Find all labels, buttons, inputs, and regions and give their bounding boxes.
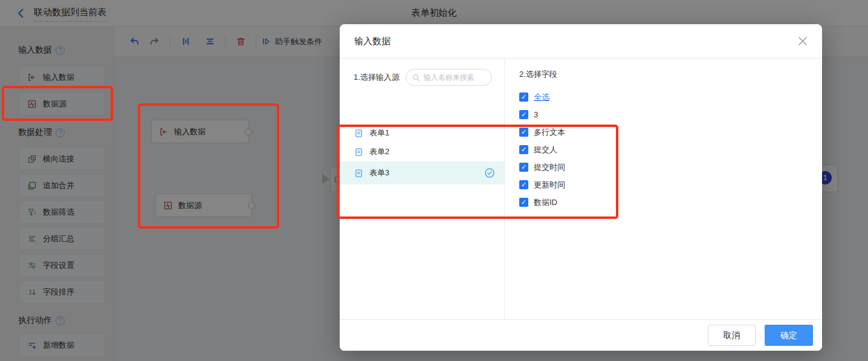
- modal-footer: 取消 确定: [340, 319, 822, 351]
- source-panel: 1.选择输入源 表单1 表单2: [340, 59, 505, 319]
- source-item-form3-selected[interactable]: 表单3: [340, 161, 504, 184]
- field-label: 数据ID: [534, 197, 557, 208]
- field-label: 提交人: [534, 145, 557, 155]
- field-row[interactable]: ✓ 数据ID: [519, 198, 822, 207]
- source-panel-title: 1.选择输入源: [354, 72, 400, 83]
- field-label: 更新时间: [534, 180, 565, 190]
- source-search[interactable]: [406, 69, 492, 86]
- confirm-button[interactable]: 确定: [765, 325, 813, 346]
- field-row[interactable]: ✓ 3: [519, 110, 822, 119]
- field-row[interactable]: ✓ 更新时间: [519, 180, 822, 189]
- source-item-label: 表单3: [369, 167, 389, 178]
- fields-panel-title: 2.选择字段: [519, 69, 822, 80]
- field-row[interactable]: ✓ 多行文本: [519, 128, 822, 137]
- close-icon[interactable]: [797, 35, 809, 47]
- selected-check-icon: [484, 167, 495, 178]
- source-list: 表单1 表单2 表单3: [340, 124, 504, 184]
- form-doc-icon: [354, 129, 363, 138]
- cancel-button[interactable]: 取消: [708, 325, 756, 346]
- checkbox-checked[interactable]: ✓: [519, 163, 528, 172]
- input-data-modal: 输入数据 1.选择输入源 表单1: [340, 24, 822, 351]
- field-row[interactable]: ✓ 提交时间: [519, 163, 822, 172]
- fields-panel: 2.选择字段 ✓ 全选 ✓ 3 ✓ 多行文本 ✓: [505, 59, 822, 319]
- page-root: 联动数据到当前表 表单初始化 输入数据 ? 输入数据 数据源 数据处理 ? 横向…: [0, 0, 868, 361]
- field-label: 多行文本: [534, 127, 565, 138]
- search-input[interactable]: [424, 73, 484, 82]
- field-checkbox-list: ✓ 全选 ✓ 3 ✓ 多行文本 ✓ 提交人: [519, 93, 822, 207]
- field-label: 提交时间: [534, 162, 565, 173]
- field-label: 3: [534, 110, 538, 119]
- source-item-label: 表单2: [369, 146, 389, 157]
- checkbox-checked[interactable]: ✓: [519, 180, 528, 189]
- checkbox-checked[interactable]: ✓: [519, 110, 528, 119]
- form-doc-icon: [354, 148, 363, 157]
- source-item-form1[interactable]: 表单1: [340, 124, 504, 142]
- checkbox-checked[interactable]: ✓: [519, 93, 528, 102]
- modal-header: 输入数据: [340, 24, 822, 59]
- checkbox-checked[interactable]: ✓: [519, 145, 528, 154]
- checkbox-checked[interactable]: ✓: [519, 128, 528, 137]
- checkbox-checked[interactable]: ✓: [519, 198, 528, 207]
- select-all-link[interactable]: 全选: [534, 92, 549, 103]
- source-item-label: 表单1: [369, 128, 389, 138]
- modal-title: 输入数据: [354, 36, 390, 47]
- modal-body: 1.选择输入源 表单1 表单2: [340, 59, 822, 319]
- select-all-row[interactable]: ✓ 全选: [519, 93, 822, 102]
- source-item-form2[interactable]: 表单2: [340, 143, 504, 161]
- field-row[interactable]: ✓ 提交人: [519, 145, 822, 154]
- search-icon: [412, 74, 420, 82]
- form-doc-icon: [354, 169, 363, 178]
